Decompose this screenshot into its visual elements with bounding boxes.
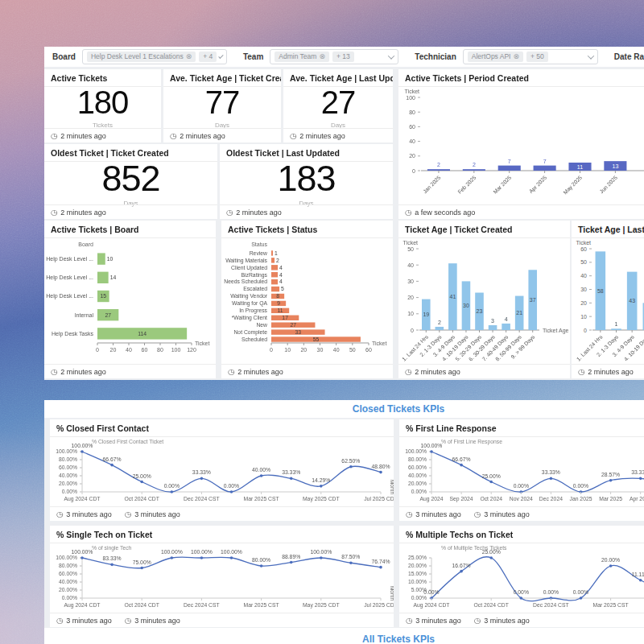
svg-text:40: 40 (407, 262, 414, 268)
svg-text:60: 60 (409, 124, 415, 130)
svg-text:May 2025: May 2025 (562, 175, 584, 196)
dashboard: Board Help Desk Level 1 Escalations⊗ + 4… (44, 47, 644, 644)
svg-text:4: 4 (279, 265, 283, 270)
svg-text:Apr 2025: Apr 2025 (528, 175, 548, 195)
svg-text:0.00%: 0.00% (423, 589, 439, 595)
svg-text:40: 40 (126, 347, 132, 353)
svg-text:10: 10 (407, 311, 414, 316)
svg-text:Aug 2024 CDT: Aug 2024 CDT (414, 602, 450, 609)
card-footer: ◷2 minutes ago (283, 128, 393, 142)
svg-text:19: 19 (423, 312, 429, 317)
updated-timestamp: ◷3 minutes ago (474, 510, 530, 518)
ticket-age-created-chart: Ticket01020304050191. Last 24 Hrs22. 1-3… (398, 238, 570, 364)
svg-text:Mar 2025 CST: Mar 2025 CST (243, 602, 279, 608)
svg-text:Help Desk Tasks: Help Desk Tasks (52, 331, 94, 337)
svg-text:100.00%: 100.00% (405, 448, 427, 454)
team-filter-select[interactable]: Admin Team⊗ + 13 (270, 49, 398, 64)
filter-bar: Board Help Desk Level 1 Escalations⊗ + 4… (44, 47, 644, 67)
svg-text:114: 114 (138, 331, 147, 336)
svg-text:60.00%: 60.00% (59, 571, 77, 576)
updated-timestamp: ◷3 minutes ago (125, 617, 180, 625)
svg-text:0.00%: 0.00% (573, 589, 588, 595)
clock-icon: ◷ (474, 617, 481, 625)
svg-text:80.00%: 80.00% (59, 456, 77, 462)
clock-icon: ◷ (578, 368, 584, 376)
remove-chip-icon[interactable]: ⊗ (319, 53, 325, 60)
svg-text:Jan 2025: Jan 2025 (422, 175, 442, 195)
card-title: Active Tickets | Period Created (398, 69, 644, 87)
board-filter-more-chip[interactable]: + 4 (199, 52, 217, 62)
remove-chip-icon[interactable]: ⊗ (186, 53, 192, 60)
svg-text:60.00%: 60.00% (59, 464, 77, 470)
svg-text:27: 27 (105, 312, 111, 318)
svg-text:Ticket: Ticket (405, 89, 419, 94)
svg-text:0.00%: 0.00% (224, 483, 239, 489)
updated-timestamp: ◷3 minutes ago (406, 617, 461, 625)
svg-text:Help Desk Level ...: Help Desk Level ... (46, 256, 93, 262)
svg-text:11: 11 (577, 164, 583, 170)
team-filter-chip[interactable]: Admin Team⊗ (275, 52, 329, 62)
svg-text:100.00%: 100.00% (161, 549, 183, 555)
svg-text:30: 30 (407, 279, 414, 284)
chevron-down-icon (588, 52, 594, 59)
svg-text:*Waiting Client: *Waiting Client (232, 315, 267, 321)
svg-text:20.00%: 20.00% (408, 481, 427, 486)
clock-icon: ◷ (290, 132, 296, 140)
svg-text:Dec 2024 CST: Dec 2024 CST (533, 602, 569, 608)
board-filter-label: Board (52, 52, 76, 61)
section-header-closed-tickets-kpis: Closed Tickets KPIs (44, 400, 644, 418)
svg-text:0: 0 (412, 168, 415, 174)
svg-text:Scheduled: Scheduled (242, 336, 267, 342)
clock-icon: ◷ (170, 132, 176, 140)
svg-text:Aug 2024 CDT: Aug 2024 CDT (64, 602, 101, 609)
clock-icon: ◷ (406, 510, 412, 518)
svg-text:40.00%: 40.00% (59, 473, 77, 478)
card-footer: ◷2 minutes ago (398, 364, 570, 378)
svg-text:60: 60 (142, 347, 148, 353)
svg-text:May 2025 CDT: May 2025 CDT (303, 496, 340, 502)
board-filter-select[interactable]: Help Desk Level 1 Escalations⊗ + 4 (82, 49, 227, 64)
svg-text:80: 80 (157, 347, 163, 353)
updated-timestamp: ◷2 minutes ago (51, 368, 106, 376)
svg-text:100.00%: 100.00% (310, 549, 332, 555)
kpi-value: 183 (277, 160, 335, 196)
svg-text:0: 0 (96, 347, 99, 353)
chevron-down-icon (388, 52, 394, 59)
svg-text:Oct 2024 CDT: Oct 2024 CDT (473, 602, 508, 608)
svg-text:20.00%: 20.00% (408, 563, 427, 568)
svg-text:100.00%: 100.00% (56, 555, 77, 560)
svg-text:120: 120 (187, 347, 196, 353)
svg-text:60: 60 (365, 347, 372, 353)
svg-text:0.00%: 0.00% (62, 489, 77, 494)
svg-text:66.67%: 66.67% (103, 456, 122, 462)
svg-text:Mar 2025 CST: Mar 2025 CST (592, 602, 628, 608)
svg-text:76.74%: 76.74% (371, 559, 390, 564)
card-footer: ◷2 minutes ago (572, 364, 644, 378)
svg-text:50: 50 (407, 246, 414, 252)
svg-text:55: 55 (313, 336, 320, 342)
svg-text:0.00%: 0.00% (62, 595, 77, 601)
svg-text:100.00%: 100.00% (56, 448, 77, 454)
chevron-down-icon (219, 53, 224, 58)
technician-filter-chip[interactable]: AlertOps API⊗ (468, 52, 523, 62)
technician-filter-select[interactable]: AlertOps API⊗ + 50 (463, 49, 598, 64)
updated-timestamp: ◷2 minutes ago (290, 132, 345, 140)
kpi-value: 180 (77, 86, 129, 118)
svg-text:15: 15 (101, 293, 107, 299)
svg-text:50: 50 (349, 347, 356, 353)
technician-filter-more-chip[interactable]: + 50 (526, 52, 548, 62)
svg-text:28.57%: 28.57% (601, 472, 620, 477)
team-filter-more-chip[interactable]: + 13 (332, 52, 354, 62)
remove-chip-icon[interactable]: ⊗ (513, 53, 519, 60)
svg-text:1. Last 24 Hrs: 1. Last 24 Hrs (576, 333, 604, 361)
card-footer: ◷2 minutes ago (44, 204, 217, 219)
svg-text:14.29%: 14.29% (312, 477, 330, 483)
svg-text:80: 80 (409, 109, 415, 115)
svg-text:Month: Month (390, 480, 394, 494)
card-footer: ◷3 minutes ago ◷3 minutes ago (50, 506, 394, 521)
svg-text:Waiting for QA: Waiting for QA (232, 300, 267, 307)
board-filter-chip[interactable]: Help Desk Level 1 Escalations⊗ (87, 52, 196, 62)
svg-text:40.00%: 40.00% (252, 467, 270, 473)
kpi-card-active-tickets: Active Tickets 180Tickets ◷2 minutes ago (44, 69, 161, 142)
svg-text:Review: Review (250, 250, 267, 256)
